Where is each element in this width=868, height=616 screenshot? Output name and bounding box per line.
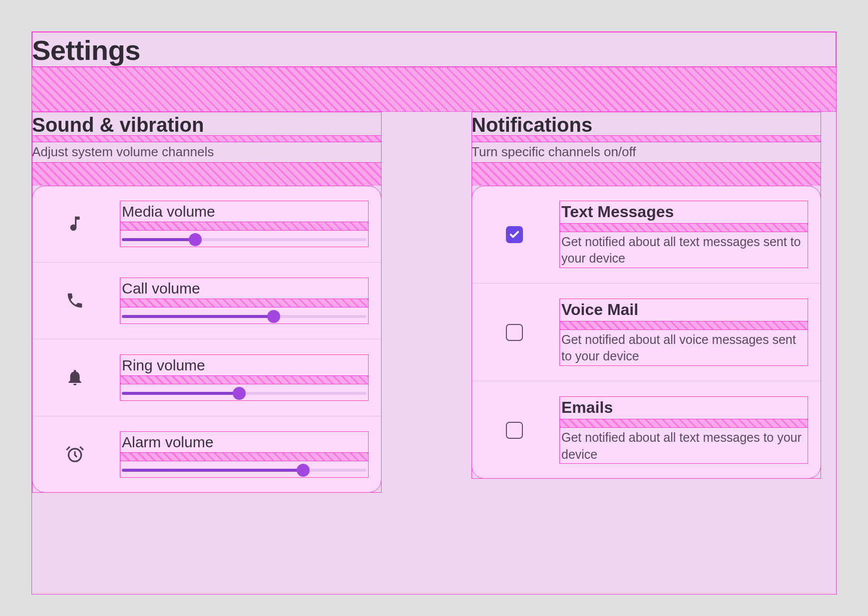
notification-desc: Get notified about all voice messages se… [559,329,808,366]
notifications-section-subtitle: Turn specific channels on/off [471,142,821,163]
slider-thumb[interactable] [267,310,280,323]
slider-thumb[interactable] [233,387,246,400]
sound-card: Media volume [32,186,382,493]
volume-row-call: Call volume [32,263,382,339]
call-volume-slider[interactable] [120,307,369,324]
notifications-card: Text Messages Get notified about all tex… [471,186,821,479]
spacer [120,299,369,307]
sound-section-title: Sound & vibration [32,112,382,136]
notifications-section: Notifications Turn specific channels on/… [471,112,821,479]
volume-row-body: Ring volume [120,354,369,401]
slider-fill [122,392,239,395]
notification-title: Voice Mail [559,299,808,321]
volume-row-body: Alarm volume [120,431,369,478]
notification-desc: Get notified about all text messages sen… [559,232,808,269]
spacer [559,224,808,232]
alarm-volume-slider[interactable] [120,461,369,478]
notification-row-voice-mail: Voice Mail Get notified about all voice … [471,284,821,381]
slider-thumb[interactable] [189,233,202,246]
media-volume-slider[interactable] [120,230,369,247]
columns: Sound & vibration Adjust system volume c… [32,112,836,493]
alarm-icon [45,445,105,464]
notification-desc: Get notified about all text messages to … [559,427,808,464]
notification-row-body: Emails Get notified about all text messa… [559,396,808,464]
music-note-icon [45,214,105,233]
notifications-section-title: Notifications [471,112,821,136]
ring-volume-slider[interactable] [120,384,369,401]
slider-fill [122,469,303,472]
spacer [471,136,821,142]
spacer [120,376,369,384]
spacer [559,321,808,329]
page-title: Settings [32,32,836,67]
sound-section: Sound & vibration Adjust system volume c… [32,112,382,493]
volume-label: Ring volume [120,354,369,376]
sound-section-subtitle: Adjust system volume channels [32,142,382,163]
notification-title: Emails [559,396,808,419]
text-messages-checkbox[interactable] [506,226,523,243]
phone-icon [45,291,105,310]
spacer [32,163,382,186]
volume-row-media: Media volume [32,186,382,263]
slider-fill [122,315,274,318]
spacer [32,136,382,142]
volume-row-ring: Ring volume [32,339,382,416]
notification-row-body: Voice Mail Get notified about all voice … [559,299,808,366]
notification-row-emails: Emails Get notified about all text messa… [471,381,821,479]
volume-label: Call volume [120,278,369,299]
volume-label: Media volume [120,201,369,222]
bell-icon [45,368,105,387]
checkbox-col [484,226,544,243]
slider-fill [122,238,195,241]
voice-mail-checkbox[interactable] [506,324,523,341]
emails-checkbox[interactable] [506,422,523,439]
volume-label: Alarm volume [120,431,369,453]
spacer [471,163,821,186]
slider-thumb[interactable] [297,464,310,477]
volume-row-body: Media volume [120,201,369,247]
notification-title: Text Messages [559,201,808,224]
checkbox-col [484,324,544,341]
settings-page: Settings Sound & vibration Adjust system… [32,32,836,594]
spacer [559,419,808,427]
checkbox-col [484,422,544,439]
spacer [120,222,369,230]
spacer [120,453,369,461]
notification-row-body: Text Messages Get notified about all tex… [559,201,808,268]
notification-row-text-messages: Text Messages Get notified about all tex… [471,186,821,284]
page-spacer [32,67,836,112]
volume-row-alarm: Alarm volume [32,416,382,493]
volume-row-body: Call volume [120,278,369,324]
